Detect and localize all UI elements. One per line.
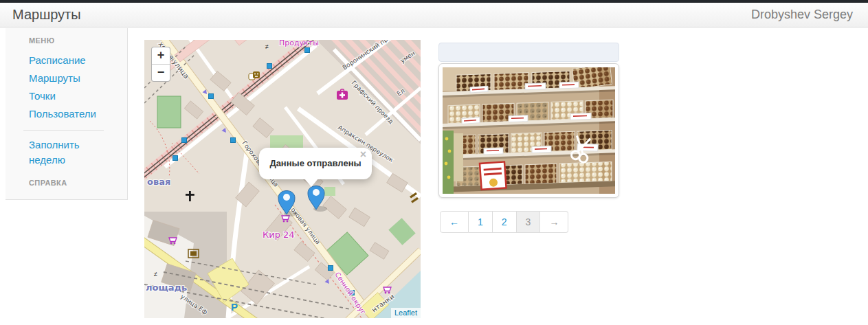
level-crossing-icon: ≠: [265, 43, 269, 50]
sidebar-item-users[interactable]: Пользователи: [29, 105, 120, 123]
sidebar-item-routes[interactable]: Маршруты: [29, 69, 120, 87]
map-label-sadovaya: овая: [147, 177, 170, 187]
map-label-produkty: Продукты: [279, 40, 319, 47]
sidebar-menu-header: МЕНЮ: [29, 36, 120, 45]
app-header: Маршруты Drobyshev Sergey: [0, 3, 868, 27]
leaflet-map[interactable]: Продукты ховая улица Гороховая улица охо…: [144, 40, 421, 318]
map-label-ploshchad: лощадь: [146, 282, 187, 293]
pagination-prev-button[interactable]: ←: [440, 211, 469, 233]
sidebar-item-fill-week[interactable]: Заполнить неделю: [29, 137, 106, 168]
point-photo-thumbnail[interactable]: [438, 63, 619, 198]
map-zoom-control: + −: [151, 47, 170, 82]
pagination-page-2[interactable]: 2: [493, 211, 517, 233]
map-popup-text: Данные отправлены: [267, 158, 364, 168]
photos-pagination: ← 1 2 3 →: [440, 211, 568, 233]
sidebar-item-points[interactable]: Точки: [29, 87, 120, 105]
map-attribution[interactable]: Leaflet: [391, 308, 421, 318]
pagination-next-button: →: [540, 211, 568, 233]
map-popup-tail: [304, 179, 318, 187]
pharmacy-icon: [337, 89, 348, 100]
zoom-out-button[interactable]: −: [152, 64, 170, 81]
pagination-page-1[interactable]: 1: [469, 211, 493, 233]
pagination-page-3-active: 3: [517, 211, 541, 233]
sidebar: МЕНЮ Расписание Маршруты Точки Пользоват…: [5, 28, 128, 200]
parking-icon: P: [231, 301, 238, 313]
page-title: Маршруты: [12, 7, 81, 23]
current-user[interactable]: Drobyshev Sergey: [751, 8, 853, 22]
popup-close-icon[interactable]: ×: [360, 149, 366, 160]
level-crossing-icon: ≠: [154, 271, 157, 278]
map-label-kir24: Кир 24: [263, 229, 295, 240]
zoom-in-button[interactable]: +: [152, 47, 170, 64]
sidebar-item-schedule[interactable]: Расписание: [29, 52, 120, 69]
sidebar-help-header: СПРАВКА: [29, 179, 120, 187]
sidebar-nav: Расписание Маршруты Точки Пользователи: [29, 52, 120, 123]
map-popup: Данные отправлены ×: [259, 148, 372, 179]
photos-panel-header: [438, 43, 619, 62]
sidebar-divider: [23, 130, 104, 131]
candy-shelves-photo: [443, 67, 615, 194]
